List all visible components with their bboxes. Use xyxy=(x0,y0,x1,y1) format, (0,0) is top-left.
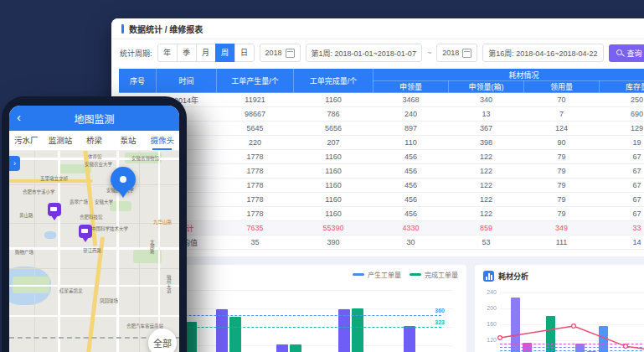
col-header-index: 序号 xyxy=(119,69,157,93)
table-row[interactable]: 2202071103989019 xyxy=(119,136,644,150)
start-week-range-value: 第1周: 2018-01-01~2018-01-07 xyxy=(312,48,416,59)
phone-tab-污水厂[interactable]: 污水厂 xyxy=(9,131,44,150)
table-cell: 207 xyxy=(294,136,374,150)
map-canvas[interactable]: › 全部 体育馆安徽农业大学安徽省博物馆五里墩立交桥合肥市宁溪小学安徽医科大学翡… xyxy=(9,151,179,352)
map-expand-button[interactable]: › xyxy=(9,156,20,171)
table-cell: 250 xyxy=(600,93,644,107)
col-header-consumables-group: 耗材情况 xyxy=(374,69,644,81)
table-cell: 390 xyxy=(294,236,374,250)
table-cell: 67 xyxy=(600,164,644,179)
table-cell: 30 xyxy=(374,236,449,250)
phone-mockup: ‹ 地图监测 污水厂监测站桥梁泵站摄像头 xyxy=(2,96,187,352)
period-option-月[interactable]: 月 xyxy=(196,44,216,62)
period-option-年[interactable]: 年 xyxy=(157,44,178,62)
table-cell: 11921 xyxy=(217,93,294,107)
table-cell: 1160 xyxy=(294,193,374,207)
charts-row: 产生工单量完成工单量 360323 耗材分析 2402001601208040 xyxy=(111,265,644,352)
table-cell: 90 xyxy=(524,136,600,150)
camera-pin[interactable] xyxy=(48,203,61,216)
map-label: 合肥科技馆 xyxy=(80,213,103,220)
table-row[interactable]: 177811604561227967 xyxy=(119,193,644,207)
subcol-header-2: 申领量(箱) xyxy=(449,81,524,93)
table-cell: 5656 xyxy=(294,122,374,136)
y-axis-tick: 200 xyxy=(478,305,497,311)
table-row[interactable]: 177811604561227967 xyxy=(119,207,644,221)
section-gap xyxy=(111,256,644,265)
phone-tab-监测站[interactable]: 监测站 xyxy=(44,131,78,150)
phone-tab-泵站[interactable]: 泵站 xyxy=(111,131,146,150)
table-row[interactable]: 12014年119211160346834070250 xyxy=(119,93,644,107)
map-label: 安徽大学 xyxy=(95,198,113,204)
reference-line-label: 323 xyxy=(435,319,445,325)
consumable-chart-title-text: 耗材分析 xyxy=(498,271,528,282)
period-option-日[interactable]: 日 xyxy=(234,44,255,62)
breadcrumb-accent-bar xyxy=(121,24,124,34)
show-all-button[interactable]: 全部 xyxy=(148,329,177,352)
bar-chart-icon xyxy=(483,271,494,282)
camera-pin[interactable] xyxy=(79,225,92,238)
back-icon[interactable]: ‹ xyxy=(17,110,21,125)
table-cell: 1778 xyxy=(217,207,294,221)
map-label: 九华山路 xyxy=(153,218,172,225)
calendar-icon xyxy=(286,49,295,58)
map-label: 凤园球场 xyxy=(100,297,118,303)
table-row[interactable]: 98667786240137690 xyxy=(119,107,644,122)
phone-tab-bar: 污水厂监测站桥梁泵站摄像头 xyxy=(9,131,179,151)
table-cell: 53 xyxy=(449,236,524,250)
subcol-header-4: 库存量 xyxy=(600,81,644,93)
table-row[interactable]: 177811604561227967 xyxy=(119,150,644,164)
table-cell: 70 xyxy=(524,93,600,107)
table-cell: 33 xyxy=(600,221,644,236)
table-cell: 5645 xyxy=(217,122,294,136)
end-week-range-input[interactable]: 第16周: 2018-04-16~2018-04-22 xyxy=(482,44,603,62)
map-label: 红星美凯龙 xyxy=(59,287,83,293)
trend-line xyxy=(500,292,644,352)
chart-bar xyxy=(404,326,415,352)
table-cell: 240 xyxy=(374,107,449,122)
table-cell: 349 xyxy=(524,221,600,236)
total-row[interactable]: 合计763555390433085934933 xyxy=(119,221,644,236)
search-button[interactable]: 查询 xyxy=(609,44,644,62)
legend-label: 产生工单量 xyxy=(368,270,401,279)
park-patch xyxy=(133,250,162,263)
table-cell: 340 xyxy=(449,93,524,107)
period-option-周[interactable]: 周 xyxy=(215,44,235,62)
table-cell: 367 xyxy=(449,122,524,136)
table-cell: 122 xyxy=(449,179,524,193)
table-row[interactable]: 56455656897367124129 xyxy=(119,122,644,136)
filter-bar: 统计周期: 年季月周日 2018 第1周: 2018-01-01~2018-01… xyxy=(111,39,644,66)
table-row[interactable]: 177811604561227967 xyxy=(119,179,644,193)
end-week-range-value: 第16周: 2018-04-16~2018-04-22 xyxy=(488,48,597,59)
reference-line-label: 360 xyxy=(435,308,445,313)
table-cell: 7635 xyxy=(217,221,294,236)
table-cell: 111 xyxy=(524,236,600,250)
legend-dash xyxy=(353,273,364,276)
legend-item[interactable]: 产生工单量 xyxy=(353,270,401,279)
table-cell: 98667 xyxy=(217,107,294,122)
table-cell: 14 xyxy=(600,236,644,250)
map-label: 翡翠广场 xyxy=(70,198,88,204)
start-year-select[interactable]: 2018 xyxy=(260,44,301,62)
table-cell: 79 xyxy=(524,150,600,164)
table-cell: 67 xyxy=(600,207,644,221)
map-label: 体育馆 xyxy=(88,153,102,159)
period-segmented-control[interactable]: 年季月周日 xyxy=(157,44,255,62)
subcol-header-3: 领用量 xyxy=(524,81,600,93)
end-year-select[interactable]: 2018 xyxy=(436,44,477,62)
legend-item[interactable]: 完成工单量 xyxy=(410,270,458,279)
table-cell: 1160 xyxy=(294,179,374,193)
phone-tab-摄像头[interactable]: 摄像头 xyxy=(145,131,179,150)
table-cell: 1160 xyxy=(294,164,374,179)
average-row[interactable]: 平均值35390305311114 xyxy=(119,236,644,250)
phone-tab-桥梁[interactable]: 桥梁 xyxy=(77,131,111,150)
table-cell: 690 xyxy=(600,107,644,122)
table-cell: 897 xyxy=(374,122,449,136)
table-cell: 122 xyxy=(449,207,524,221)
selected-pin[interactable] xyxy=(111,167,136,192)
consumable-chart-card: 耗材分析 2402001601208040 xyxy=(475,265,644,352)
table-cell: 1778 xyxy=(217,179,294,193)
period-option-季[interactable]: 季 xyxy=(177,44,197,62)
start-week-range-input[interactable]: 第1周: 2018-01-01~2018-01-07 xyxy=(306,44,422,62)
table-cell: 129 xyxy=(600,122,644,136)
table-row[interactable]: 177811604561227967 xyxy=(119,164,644,179)
